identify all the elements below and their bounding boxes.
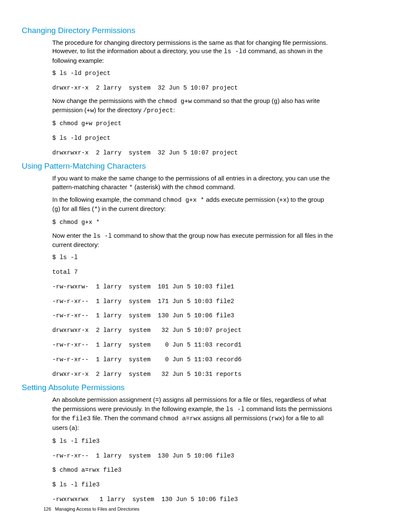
page-footer: 126 Managing Access to Files and Directo… xyxy=(43,506,139,511)
paragraph: Now change the permissions with the chmo… xyxy=(52,97,334,116)
inline-code: chmod a=rwx xyxy=(160,415,201,422)
text: An absolute permission assignment ( xyxy=(52,396,155,403)
inline-code: file3 xyxy=(72,415,91,422)
inline-code: /project xyxy=(143,107,173,114)
text: : xyxy=(173,106,175,113)
code-block: $ ls -ld project drwxr-xr-x 2 larry syst… xyxy=(52,70,334,92)
text: Now enter the xyxy=(52,232,93,239)
inline-code: * xyxy=(94,206,98,213)
code-block: $ chmod g+w project $ ls -ld project drw… xyxy=(52,120,334,157)
text: ) for all files ( xyxy=(58,205,94,212)
text: ) in the current directory: xyxy=(98,205,166,212)
inline-code: +w xyxy=(87,107,94,114)
code-block: $ ls -l file3 -rw-r-xr-- 1 larry system … xyxy=(52,438,334,504)
paragraph: In the following example, the command ch… xyxy=(52,195,334,214)
inline-code: chmod xyxy=(185,184,204,191)
text: assigns all permissions ( xyxy=(201,414,271,421)
text: file. Then the command xyxy=(91,414,160,421)
text: Now change the permissions with the xyxy=(52,97,158,104)
inline-code: g xyxy=(274,98,278,105)
text: (asterisk) with the xyxy=(133,183,185,190)
paragraph: An absolute permission assignment (=) as… xyxy=(52,396,334,433)
inline-code: chmod g+w xyxy=(158,98,192,105)
inline-code: ls -ld xyxy=(224,48,246,55)
inline-code: ls -l xyxy=(226,406,245,413)
heading-using-pattern-matching: Using Pattern-Matching Characters xyxy=(22,162,334,171)
text: ): xyxy=(75,424,79,431)
inline-code: ls -l xyxy=(93,233,112,240)
inline-code: chmod g+x * xyxy=(163,197,204,204)
text: command. xyxy=(204,183,235,190)
inline-code: = xyxy=(155,397,159,404)
inline-code: +x xyxy=(279,197,287,204)
text: In the following example, the command xyxy=(52,196,163,203)
heading-setting-absolute-permissions: Setting Absolute Permissions xyxy=(22,383,334,392)
paragraph: Now enter the ls -l command to show that… xyxy=(52,231,334,249)
text: command so that the group ( xyxy=(192,97,274,104)
code-block: $ ls -l total 7 -rw-rwxrw- 1 larry syste… xyxy=(52,254,334,378)
inline-code: a xyxy=(72,425,75,432)
inline-code: rwx xyxy=(271,415,282,422)
paragraph: The procedure for changing directory per… xyxy=(52,39,334,65)
text: ) for the directory xyxy=(94,106,143,113)
heading-changing-directory-permissions: Changing Directory Permissions xyxy=(22,26,334,35)
text: adds execute permission ( xyxy=(204,196,279,203)
footer-title: Managing Access to Files and Directories xyxy=(55,506,140,511)
paragraph: If you want to make the same change to t… xyxy=(52,174,334,192)
page-number: 126 xyxy=(43,506,51,511)
code-block: $ chmod g+x * xyxy=(52,219,334,226)
inline-code: g xyxy=(54,206,58,213)
